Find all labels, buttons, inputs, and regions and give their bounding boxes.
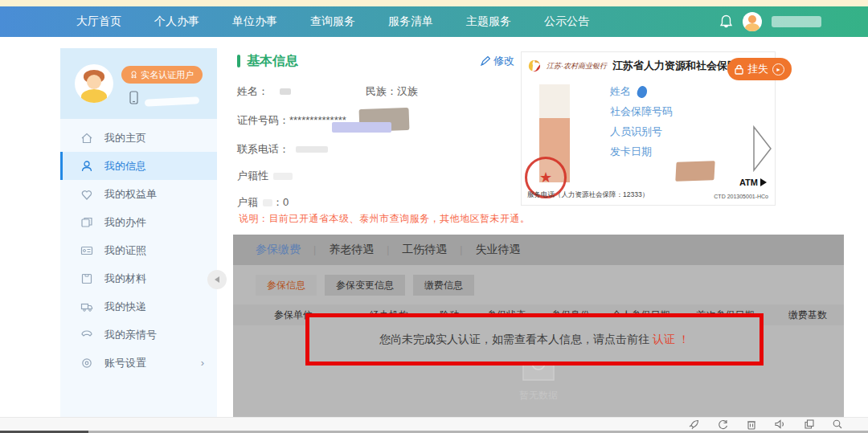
- sidebar-item-label: 我的信息: [104, 159, 146, 174]
- documents-icon: [80, 216, 93, 229]
- search-icon[interactable]: [833, 419, 842, 429]
- launcher-icon[interactable]: [689, 419, 699, 430]
- tab-injury-benefits[interactable]: 工伤待遇: [402, 243, 447, 257]
- app-window: 大厅首页 个人办事 单位办事 查询服务 服务清单 主题服务 公示公告 实名认证用…: [0, 0, 868, 433]
- chevron-right-icon: ›: [201, 357, 204, 369]
- realname-auth-label: 实名认证用户: [141, 69, 194, 81]
- name-label: 姓名：: [237, 84, 268, 99]
- username-redacted: [772, 16, 821, 27]
- hukou-place-label: 户籍: [237, 195, 258, 210]
- service-coverage-notice: 说明：目前已开通省本级、泰州市查询服务，其他地区暂未开通。: [239, 212, 530, 226]
- sidebar-item-cases[interactable]: 我的办件: [60, 208, 217, 236]
- phone-row: [129, 90, 199, 105]
- gear-icon: [80, 357, 93, 370]
- bank-name: 江苏·农村商业银行: [547, 61, 607, 71]
- id-card-icon: [80, 244, 93, 257]
- home-icon: [80, 132, 93, 145]
- alert-text: 您尚未完成实人认证，如需查看本人信息，请点击前往: [379, 333, 649, 347]
- query-tabs: 参保缴费 | 养老待遇 | 工伤待遇 | 失业待遇: [233, 235, 844, 265]
- card-field-name: 姓名: [610, 84, 631, 99]
- sidebar: 实名认证用户 我的主页 我的信息 我的权益单 我的办件: [60, 48, 217, 417]
- card-fields: 姓名 社会保障号码 人员识别号 发卡日期: [610, 86, 673, 166]
- sidebar-item-label: 我的快递: [104, 300, 146, 314]
- volume-icon[interactable]: [775, 419, 786, 429]
- empty-label: 暂无数据: [233, 389, 844, 402]
- nav-menu: 大厅首页 个人办事 单位办事 查询服务 服务清单 主题服务 公示公告: [76, 14, 589, 29]
- insurance-query-section: 参保缴费 | 养老待遇 | 工伤待遇 | 失业待遇 参保信息 参保变更信息 缴费…: [233, 235, 844, 417]
- subtab-insurance-change-info[interactable]: 参保变更信息: [325, 275, 405, 296]
- atm-arrow-icon: [760, 178, 767, 186]
- sidebar-item-label: 我的办件: [104, 215, 146, 230]
- id-value-redacted-2: [332, 122, 391, 133]
- sidebar-item-certificates[interactable]: 我的证照: [60, 236, 217, 264]
- clipboard-icon: [80, 272, 93, 285]
- sidebar-item-label: 我的证照: [104, 243, 146, 258]
- tab-separator: |: [460, 244, 462, 255]
- nav-item-hall-home[interactable]: 大厅首页: [76, 14, 121, 29]
- bank-logo-icon: [528, 59, 541, 72]
- sidebar-collapse-handle[interactable]: [207, 270, 227, 289]
- subtab-payment-info[interactable]: 缴费信息: [413, 275, 474, 296]
- column-payment-base: 缴费基数: [772, 308, 844, 322]
- truck-icon: [80, 300, 93, 313]
- sidebar-item-label: 我的材料: [104, 272, 146, 286]
- card-field-person-id: 人员识别号: [610, 125, 662, 139]
- sidebar-item-label: 账号设置: [104, 356, 146, 370]
- phone-icon: [129, 91, 138, 104]
- sidebar-item-account-settings[interactable]: 账号设置 ›: [60, 349, 217, 377]
- sidebar-item-rights[interactable]: 我的权益单: [60, 180, 217, 208]
- nav-item-theme[interactable]: 主题服务: [466, 14, 511, 29]
- seal-star-icon: ★: [539, 169, 552, 186]
- delete-icon[interactable]: [747, 419, 756, 430]
- sidebar-item-materials[interactable]: 我的材料: [60, 264, 217, 292]
- realname-auth-badge: 实名认证用户: [121, 66, 203, 84]
- hukou-place-redacted: [263, 199, 272, 206]
- tab-pension-benefits[interactable]: 养老待遇: [329, 243, 374, 257]
- hukou-type-redacted: [273, 173, 293, 180]
- sidebar-item-label: 我的亲情号: [104, 328, 157, 342]
- atm-label: ATM: [739, 178, 767, 187]
- notification-bell-icon[interactable]: [719, 14, 733, 29]
- card-field-ssn: 社会保障号码: [610, 104, 673, 119]
- phone-number-redacted: [145, 96, 199, 107]
- user-icon: [80, 160, 93, 173]
- nav-item-query[interactable]: 查询服务: [310, 14, 355, 29]
- chevron-left-icon: [214, 276, 220, 284]
- ethnic-field: 民族：汉族: [366, 84, 418, 99]
- contact-phone-redacted: [296, 146, 328, 153]
- carousel-next-arrow[interactable]: [752, 125, 773, 175]
- windows-icon[interactable]: [805, 419, 814, 429]
- handset-icon: [80, 329, 93, 341]
- edit-button[interactable]: 修改: [481, 54, 514, 68]
- nav-item-announcement[interactable]: 公示公告: [544, 14, 589, 29]
- sidebar-item-express[interactable]: 我的快递: [60, 292, 217, 321]
- sidebar-user-header: 实名认证用户: [60, 48, 217, 119]
- sidebar-item-home[interactable]: 我的主页: [60, 124, 217, 152]
- card-signature-redacted: [675, 161, 714, 182]
- contact-phone-label: 联系电话：: [237, 142, 289, 157]
- nav-item-service-list[interactable]: 服务清单: [388, 14, 433, 29]
- realname-auth-alert: 您尚未完成实人认证，如需查看本人信息，请点击前往 认证 ！: [305, 313, 764, 366]
- refresh-icon[interactable]: [718, 419, 728, 430]
- tab-unemployment-benefits[interactable]: 失业待遇: [475, 243, 520, 257]
- user-avatar[interactable]: [743, 12, 762, 31]
- subtab-insurance-info[interactable]: 参保信息: [256, 275, 317, 296]
- card-field-issue-date: 发卡日期: [610, 145, 652, 159]
- nav-user-area: [719, 6, 821, 37]
- sidebar-item-family-number[interactable]: 我的亲情号: [60, 321, 217, 349]
- auth-link[interactable]: 认证: [649, 333, 678, 347]
- tab-insurance-payment[interactable]: 参保缴费: [256, 243, 301, 257]
- profile-avatar[interactable]: [75, 64, 113, 103]
- id-number-field: 证件号码：**************: [237, 113, 346, 128]
- sidebar-item-label: 我的权益单: [104, 187, 157, 202]
- hukou-place-value: ：0: [272, 195, 289, 210]
- title-accent-bar: [237, 55, 240, 67]
- report-loss-button[interactable]: 挂失 ▸: [727, 58, 792, 80]
- sidebar-item-my-info[interactable]: 我的信息: [60, 152, 217, 180]
- query-subtabs: 参保信息 参保变更信息 缴费信息: [256, 275, 844, 296]
- nav-item-unit[interactable]: 单位办事: [232, 14, 277, 29]
- browser-top-strip: [0, 0, 868, 6]
- heart-badge-icon: [80, 188, 93, 201]
- nav-item-personal[interactable]: 个人办事: [154, 14, 199, 29]
- arrow-circle-icon: ▸: [772, 63, 784, 76]
